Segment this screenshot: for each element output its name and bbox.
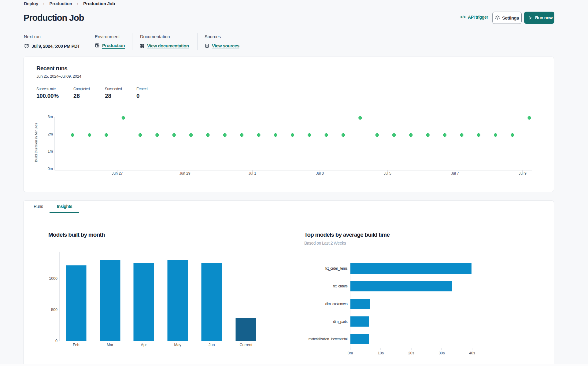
- svg-text:May: May: [174, 343, 181, 347]
- svg-text:dim_customers: dim_customers: [325, 302, 348, 306]
- svg-text:30s: 30s: [438, 351, 445, 355]
- svg-text:2m: 2m: [48, 132, 53, 136]
- svg-text:fct_orders: fct_orders: [333, 284, 348, 288]
- svg-text:Jul 7: Jul 7: [451, 171, 459, 176]
- svg-text:40s: 40s: [469, 351, 475, 355]
- svg-text:20s: 20s: [408, 351, 414, 355]
- svg-text:Feb: Feb: [73, 343, 80, 347]
- svg-text:Jun 29: Jun 29: [179, 171, 190, 176]
- svg-text:Jul 1: Jul 1: [249, 171, 257, 176]
- svg-text:1000: 1000: [49, 276, 57, 281]
- svg-text:Jun: Jun: [209, 343, 215, 347]
- svg-text:0m: 0m: [348, 351, 353, 355]
- svg-text:10s: 10s: [378, 351, 384, 355]
- svg-text:Jul 5: Jul 5: [383, 171, 391, 176]
- svg-text:1m: 1m: [48, 149, 53, 153]
- svg-text:materialization_incremental: materialization_incremental: [309, 337, 347, 341]
- svg-text:0m: 0m: [48, 167, 53, 171]
- svg-text:0: 0: [55, 339, 57, 343]
- svg-text:Mar: Mar: [107, 343, 113, 347]
- svg-text:dim_parts: dim_parts: [333, 320, 348, 324]
- svg-text:Apr: Apr: [141, 343, 147, 347]
- svg-text:Jul 3: Jul 3: [316, 171, 324, 176]
- svg-text:Build Duration in Minutes: Build Duration in Minutes: [34, 123, 38, 162]
- svg-text:Jul 9: Jul 9: [519, 171, 527, 176]
- svg-text:3m: 3m: [48, 115, 53, 119]
- svg-text:Current: Current: [239, 343, 252, 347]
- svg-text:500: 500: [51, 308, 57, 312]
- svg-text:Jun 27: Jun 27: [112, 171, 123, 176]
- svg-text:fct_order_items: fct_order_items: [325, 266, 348, 271]
